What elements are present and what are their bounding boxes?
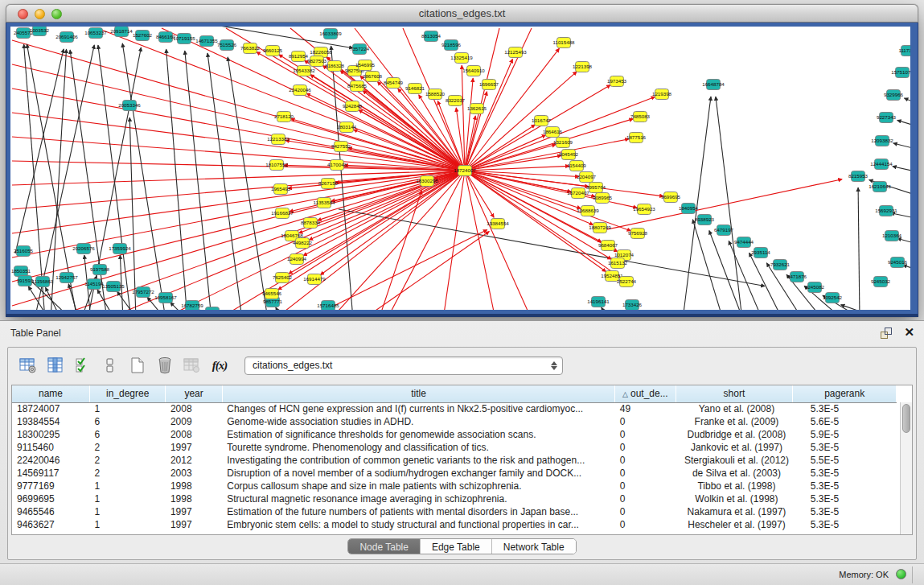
graph-node-teal[interactable]: 8813054	[421, 31, 441, 42]
graph-node-yellow[interactable]: 2204097	[577, 172, 597, 183]
graph-node-teal[interactable]: 16210643	[869, 182, 891, 192]
graph-node-teal[interactable]: 20206576	[72, 244, 95, 254]
graph-node-yellow[interactable]: 9827503	[307, 56, 327, 67]
graph-node-teal[interactable]: 12923446	[201, 307, 224, 311]
graph-node-teal[interactable]: 1733426	[622, 300, 643, 311]
float-panel-icon[interactable]	[881, 328, 892, 339]
graph-node-yellow[interactable]: 1965493	[271, 184, 291, 195]
graph-node-yellow[interactable]: 9660125	[263, 46, 283, 56]
graph-node-yellow[interactable]: 16914479	[303, 274, 326, 285]
graph-node-teal[interactable]: 1003532	[30, 27, 50, 36]
graph-node-teal[interactable]: 8938923	[695, 215, 715, 225]
graph-node-teal[interactable]: 14671355	[195, 36, 218, 47]
column-header-out_de[interactable]: △out_de...	[615, 385, 676, 402]
graph-node-teal[interactable]: 16033809	[319, 29, 342, 39]
table-row[interactable]: 1830029562008Estimation of significance …	[12, 428, 897, 441]
graph-node-teal[interactable]: 1092542	[823, 293, 843, 303]
column-header-title[interactable]: title	[222, 385, 614, 402]
graph-node-teal[interactable]: 16648784	[702, 80, 725, 90]
delete-table-icon[interactable]	[154, 355, 175, 376]
graph-node-teal[interactable]: 8215953	[848, 171, 869, 182]
graph-node-teal[interactable]: 10653237	[84, 28, 107, 39]
graph-node-teal[interactable]: 7932621	[770, 260, 791, 270]
graph-node-teal[interactable]: 1850351	[11, 266, 31, 277]
graph-node-teal[interactable]: 2516055	[14, 246, 34, 257]
table-row[interactable]: 977716911998Corpus callosum shape and si…	[12, 480, 897, 492]
graph-node-yellow[interactable]: 10688639	[577, 206, 599, 216]
row-height-icon[interactable]	[100, 355, 121, 376]
column-header-name[interactable]: name	[12, 385, 89, 402]
graph-node-yellow[interactable]: 1016747	[532, 116, 552, 126]
graph-node-yellow[interactable]: 9684067	[598, 241, 618, 251]
scrollbar-thumb[interactable]	[902, 404, 910, 433]
table-vertical-scrollbar[interactable]	[900, 402, 912, 534]
graph-node-teal[interactable]: 9227343	[877, 113, 897, 123]
table-row[interactable]: 946362711997Embryonic stem cells: a mode…	[12, 518, 897, 531]
graph-node-yellow[interactable]: 1219398	[652, 89, 672, 100]
graph-node-yellow[interactable]: 19654923	[633, 204, 655, 215]
graph-node-teal[interactable]: 9245082	[805, 282, 825, 293]
graph-node-yellow[interactable]: 1588520	[425, 89, 446, 100]
graph-node-yellow[interactable]: 18807249	[589, 223, 611, 233]
graph-node-yellow[interactable]: 1154409	[567, 161, 586, 171]
window-titlebar[interactable]: citations_edges.txt	[6, 4, 918, 23]
graph-node-yellow[interactable]: 7485083	[630, 112, 651, 122]
graph-node-yellow[interactable]: 12125493	[504, 47, 527, 58]
tab-network-table[interactable]: Network Table	[492, 539, 576, 554]
graph-node-teal[interactable]: 2935114	[751, 248, 770, 258]
graph-node-yellow[interactable]: 8045492	[559, 150, 579, 160]
graph-node-yellow[interactable]: 1877516	[626, 133, 647, 143]
graph-node-yellow[interactable]: 1240994	[287, 254, 307, 265]
graph-node-teal[interactable]: 15692931	[875, 206, 897, 216]
graph-node-teal[interactable]: 8471876	[787, 272, 807, 282]
table-row[interactable]: 1938455462009Genome-wide association stu…	[12, 415, 897, 428]
graph-node-yellow[interactable]: 15640910	[462, 66, 485, 76]
graph-node-teal[interactable]: 15716485	[317, 301, 339, 311]
graph-node-yellow[interactable]: 1696657	[479, 80, 499, 90]
graph-node-yellow[interactable]: 7625402	[273, 273, 293, 283]
column-header-in_degree[interactable]: in_degree	[89, 385, 165, 402]
graph-node-yellow[interactable]: 8267150	[318, 179, 339, 189]
graph-node-teal[interactable]: 20053346	[118, 101, 141, 111]
graph-node-yellow[interactable]: 1221398	[573, 62, 593, 72]
graph-node-yellow[interactable]: 13325419	[450, 53, 473, 64]
graph-node-teal[interactable]: 1145194	[84, 279, 104, 290]
column-header-short[interactable]: short	[676, 385, 793, 402]
graph-node-teal[interactable]: 12093832	[871, 136, 893, 146]
graph-node-yellow[interactable]: 8427552	[331, 142, 351, 152]
graph-node-teal[interactable]: 7357224	[350, 44, 370, 55]
graph-node-yellow[interactable]: 8912954	[289, 51, 309, 62]
table-settings-icon[interactable]	[18, 355, 39, 376]
graph-node-teal[interactable]: 12444154	[870, 159, 893, 170]
graph-node-yellow[interactable]: 9146821	[405, 84, 425, 94]
graph-node-yellow[interactable]: 12213383	[267, 134, 290, 145]
graph-node-yellow[interactable]: 11353584	[313, 198, 335, 208]
graph-node-teal[interactable]: 20691406	[55, 32, 78, 43]
graph-node-teal[interactable]: 1840954	[679, 204, 699, 214]
graph-node-teal[interactable]: 1527602	[133, 31, 153, 41]
tab-edge-table[interactable]: Edge Table	[421, 539, 492, 554]
graph-node-teal[interactable]: 15751074	[891, 68, 910, 78]
graph-node-teal[interactable]: 9329966	[884, 90, 904, 101]
graph-node-teal[interactable]: 9245032	[871, 277, 891, 287]
graph-node-teal[interactable]: 391593	[17, 276, 34, 286]
table-row[interactable]: 1456911722003Disruption of a novel membe…	[12, 467, 897, 480]
graph-node-teal[interactable]: 6479197	[714, 225, 734, 236]
graph-node-yellow[interactable]: 8322037	[446, 96, 466, 106]
graph-node-teal[interactable]: 12942757	[55, 273, 78, 283]
graph-node-teal[interactable]: 16782759	[181, 301, 203, 311]
graph-node-teal[interactable]: 9197588	[90, 265, 110, 275]
graph-node-yellow[interactable]: 18107552	[265, 160, 288, 171]
graph-node-teal[interactable]: 10958167	[154, 293, 177, 303]
graph-node-teal[interactable]: 7515526	[217, 40, 237, 51]
graph-node-yellow[interactable]: 9699695	[661, 192, 681, 203]
select-checks-icon[interactable]	[72, 355, 93, 376]
graph-node-yellow[interactable]: 2522744	[617, 277, 637, 287]
graph-node-teal[interactable]: 17359924	[109, 244, 131, 254]
tab-node-table[interactable]: Node Table	[348, 539, 421, 554]
graph-node-teal[interactable]: 20918714	[110, 27, 133, 37]
graph-node-yellow[interactable]: 1864616	[543, 127, 563, 138]
table-row[interactable]: 911546021997Tourette syndrome. Phenomeno…	[12, 441, 897, 454]
column-header-pagerank[interactable]: pagerank	[793, 385, 897, 402]
table-row[interactable]: 1872400712008Changes of HCN gene express…	[12, 402, 897, 415]
